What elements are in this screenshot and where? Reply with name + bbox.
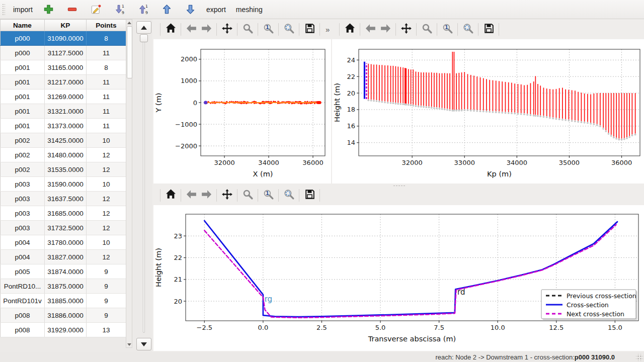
table-row[interactable]: p00031127.500011 bbox=[1, 46, 126, 60]
table-cell[interactable]: p001 bbox=[1, 89, 45, 104]
table-cell[interactable]: 12 bbox=[87, 162, 126, 177]
forward-button[interactable] bbox=[199, 188, 214, 202]
table-row[interactable]: p00031090.00008 bbox=[1, 31, 126, 46]
zoom-fit-button[interactable] bbox=[281, 188, 296, 202]
sort-ascending-button[interactable]: 19 bbox=[133, 2, 153, 17]
table-cell[interactable]: 31535.0000 bbox=[45, 162, 87, 177]
pan-button[interactable] bbox=[219, 22, 234, 36]
import-button[interactable]: import bbox=[9, 2, 37, 17]
table-row[interactable]: p00131165.00008 bbox=[1, 60, 126, 75]
table-cell[interactable]: 11 bbox=[87, 75, 126, 89]
table-cell[interactable]: 9 bbox=[87, 279, 126, 294]
remove-button[interactable] bbox=[62, 2, 82, 17]
table-cell[interactable]: p003 bbox=[1, 177, 45, 192]
splitter-grip-icon[interactable] bbox=[393, 185, 406, 187]
table-row[interactable]: p00331685.000012 bbox=[1, 206, 126, 221]
back-button[interactable] bbox=[363, 22, 378, 36]
table-cell[interactable]: p003 bbox=[1, 221, 45, 235]
table-row[interactable]: p00231480.000012 bbox=[1, 148, 126, 162]
table-cell[interactable]: 12 bbox=[87, 148, 126, 162]
meshing-button[interactable]: meshing bbox=[232, 2, 267, 17]
table-cell[interactable]: p003 bbox=[1, 206, 45, 221]
zoom-button[interactable] bbox=[419, 22, 434, 36]
save-button[interactable] bbox=[302, 22, 317, 36]
table-cell[interactable]: 12 bbox=[87, 221, 126, 235]
table-cell[interactable]: PontRD10... bbox=[1, 279, 45, 294]
add-button[interactable] bbox=[39, 2, 58, 17]
previous-section-button[interactable] bbox=[136, 21, 151, 34]
table-cell[interactable]: 31685.0000 bbox=[45, 206, 87, 221]
table-cell[interactable]: 31373.0000 bbox=[45, 119, 87, 133]
table-row[interactable]: p00231425.000010 bbox=[1, 133, 126, 148]
pan-button[interactable] bbox=[219, 188, 234, 202]
table-cell[interactable]: 31480.0000 bbox=[45, 148, 87, 162]
table-row[interactable]: p00231535.000012 bbox=[1, 162, 126, 177]
table-row[interactable]: p00431780.000010 bbox=[1, 235, 126, 250]
table-row[interactable]: PontRD101v31885.00009 bbox=[1, 294, 126, 308]
toolbar-overflow-button[interactable]: » bbox=[323, 25, 333, 34]
table-cell[interactable]: 31780.0000 bbox=[45, 235, 87, 250]
table-cell[interactable]: 31875.0000 bbox=[45, 279, 87, 294]
zoom-one-button[interactable]: 1 bbox=[261, 188, 276, 202]
table-row[interactable]: p00531874.00009 bbox=[1, 264, 126, 279]
zoom-fit-button[interactable] bbox=[281, 22, 296, 36]
table-cell[interactable]: 31269.0000 bbox=[45, 89, 87, 104]
table-cell[interactable]: p000 bbox=[1, 31, 45, 46]
table-cell[interactable]: PontRD101v bbox=[1, 294, 45, 308]
table-cell[interactable]: 10 bbox=[87, 235, 126, 250]
table-cell[interactable]: 31425.0000 bbox=[45, 133, 87, 148]
table-cell[interactable]: 11 bbox=[87, 104, 126, 119]
scroll-up-arrow-icon[interactable] bbox=[126, 20, 132, 25]
table-cell[interactable]: p004 bbox=[1, 235, 45, 250]
table-cell[interactable]: 31827.0000 bbox=[45, 250, 87, 264]
table-cell[interactable]: 31874.0000 bbox=[45, 264, 87, 279]
table-cell[interactable]: 31590.0000 bbox=[45, 177, 87, 192]
table-cell[interactable]: 9 bbox=[87, 264, 126, 279]
back-button[interactable] bbox=[184, 22, 199, 36]
table-cell[interactable]: 31217.0000 bbox=[45, 75, 87, 89]
table-row[interactable]: p00131269.000011 bbox=[1, 89, 126, 104]
table-cell[interactable]: 12 bbox=[87, 206, 126, 221]
table-row[interactable]: p00431827.000012 bbox=[1, 250, 126, 264]
table-cell[interactable]: p005 bbox=[1, 264, 45, 279]
scroll-down-arrow-icon[interactable] bbox=[126, 342, 132, 347]
home-button[interactable] bbox=[163, 188, 178, 202]
table-cell[interactable]: p001 bbox=[1, 104, 45, 119]
table-cell[interactable]: 31929.0000 bbox=[45, 323, 87, 337]
table-cell[interactable]: 31090.0000 bbox=[45, 31, 87, 46]
table-row[interactable]: p00131321.000011 bbox=[1, 104, 126, 119]
table-scrollbar-thumb[interactable] bbox=[127, 26, 132, 78]
home-button[interactable] bbox=[163, 22, 178, 36]
edit-button[interactable] bbox=[86, 2, 106, 17]
table-cell[interactable]: 11 bbox=[87, 89, 126, 104]
table-cell[interactable]: 11 bbox=[87, 46, 126, 60]
zoom-fit-button[interactable] bbox=[460, 22, 475, 36]
table-cell[interactable]: 13 bbox=[87, 323, 126, 337]
table-cell[interactable]: 31732.5000 bbox=[45, 221, 87, 235]
table-cell[interactable]: p002 bbox=[1, 162, 45, 177]
table-cell[interactable]: p001 bbox=[1, 119, 45, 133]
table-scrollbar[interactable] bbox=[126, 19, 132, 348]
table-cell[interactable]: 31165.0000 bbox=[45, 60, 87, 75]
forward-button[interactable] bbox=[378, 22, 393, 36]
table-row[interactable]: PontRD10...31875.00009 bbox=[1, 279, 126, 294]
table-cell[interactable]: 11 bbox=[87, 119, 126, 133]
table-cell[interactable]: p008 bbox=[1, 308, 45, 323]
sort-descending-button[interactable]: 19 bbox=[110, 2, 129, 17]
table-cell[interactable]: 31127.5000 bbox=[45, 46, 87, 60]
table-cell[interactable]: 10 bbox=[87, 133, 126, 148]
table-row[interactable]: p00331590.000010 bbox=[1, 177, 126, 192]
home-button[interactable] bbox=[342, 22, 357, 36]
table-cell[interactable]: 10 bbox=[87, 177, 126, 192]
move-down-button[interactable] bbox=[181, 2, 200, 17]
save-button[interactable] bbox=[481, 22, 496, 36]
vertical-splitter[interactable] bbox=[331, 39, 332, 184]
table-cell[interactable]: 31637.5000 bbox=[45, 192, 87, 206]
table-cell[interactable]: p001 bbox=[1, 75, 45, 89]
zoom-one-button[interactable]: 1 bbox=[440, 22, 455, 36]
table-cell[interactable]: p004 bbox=[1, 250, 45, 264]
table-cell[interactable]: p008 bbox=[1, 323, 45, 337]
zoom-button[interactable] bbox=[240, 188, 255, 202]
export-button[interactable]: export bbox=[202, 2, 230, 17]
forward-button[interactable] bbox=[199, 22, 214, 36]
